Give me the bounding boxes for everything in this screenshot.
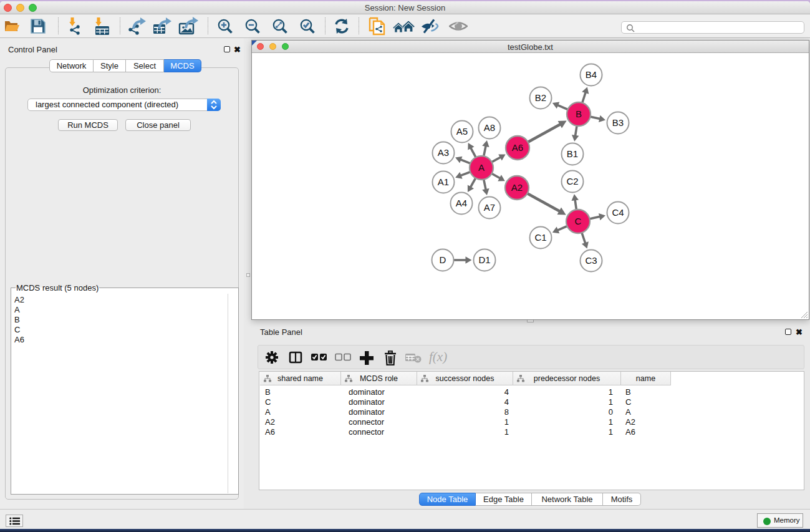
svg-text:A2: A2: [511, 182, 523, 193]
svg-text:C: C: [575, 216, 582, 226]
svg-text:A8: A8: [484, 122, 495, 133]
svg-text:A6: A6: [512, 142, 523, 153]
svg-text:C3: C3: [585, 255, 597, 266]
svg-text:B: B: [576, 109, 582, 119]
svg-text:C4: C4: [612, 207, 624, 218]
svg-text:A: A: [478, 162, 485, 173]
svg-text:D: D: [440, 254, 446, 265]
svg-text:A1: A1: [438, 177, 449, 187]
svg-text:A5: A5: [456, 126, 468, 137]
svg-text:C2: C2: [566, 176, 578, 186]
svg-text:B3: B3: [612, 117, 624, 128]
svg-text:C1: C1: [534, 232, 546, 243]
svg-text:B1: B1: [567, 148, 578, 159]
svg-text:A3: A3: [438, 147, 449, 158]
svg-text:D1: D1: [478, 254, 490, 265]
svg-text:B2: B2: [535, 92, 546, 103]
svg-text:B4: B4: [586, 69, 597, 80]
svg-text:A7: A7: [484, 202, 495, 213]
svg-text:A4: A4: [456, 198, 467, 208]
